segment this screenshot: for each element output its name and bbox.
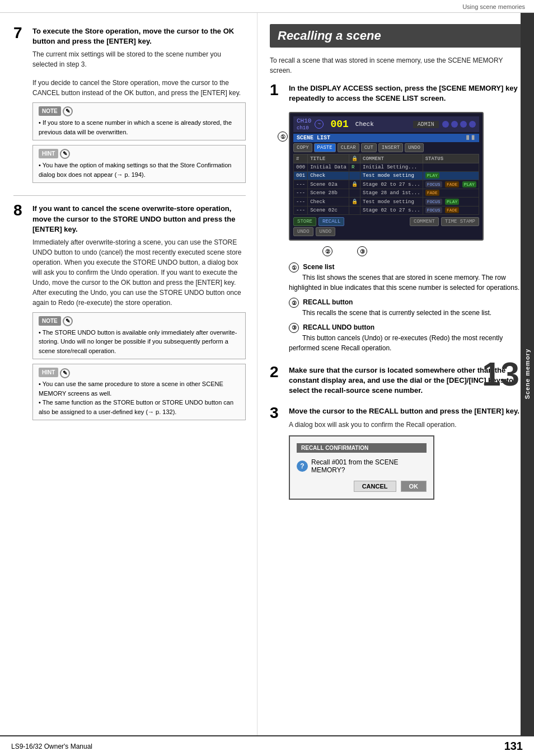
btn-time-stamp[interactable]: TIME STAMP xyxy=(441,217,479,226)
ann-item-1: ① Scene list This list shows the scenes … xyxy=(289,262,523,293)
ann-circle-1: ① xyxy=(278,132,288,142)
toolbar-copy[interactable]: COPY xyxy=(293,143,312,152)
recall-dialog: RECALL CONFIRMATION ? Recall #001 from t… xyxy=(289,435,434,500)
row-2-status: FOCUS FADE PLAY xyxy=(423,180,479,189)
btn-recall[interactable]: RECALL xyxy=(318,217,344,226)
row-5-comment: Stage 02 to 27 s... xyxy=(360,206,423,215)
badge-fade-5: FADE xyxy=(445,207,459,213)
btn-comment[interactable]: COMMENT xyxy=(410,217,439,226)
step-8-note-label: NOTE xyxy=(39,316,61,326)
ann-3-term: RECALL UNDO button xyxy=(303,323,374,331)
hint-icon: ✎ xyxy=(60,149,70,159)
col-lock: 🔒 xyxy=(349,154,360,163)
status-dot-3 xyxy=(460,121,467,128)
step-7-para1: The current mix settings will be stored … xyxy=(32,49,246,69)
step-1: 1 In the DISPLAY ACCESS section, press t… xyxy=(270,83,523,358)
step-7-heading: To execute the Store operation, move the… xyxy=(32,26,246,46)
status-dot-1 xyxy=(442,121,449,128)
badge-play-2: PLAY xyxy=(462,181,476,187)
status-dot-4 xyxy=(469,121,476,128)
badge-focus-5: FOCUS xyxy=(425,207,442,213)
step-8-note-text: • The STORE UNDO button is available onl… xyxy=(39,328,240,356)
step-7-hint-label: HINT xyxy=(39,149,58,158)
btn-undo-2[interactable]: UNDO xyxy=(316,227,336,236)
screen-toolbar: COPY PASTE CLEAR CUT INSERT UNDO xyxy=(293,143,479,152)
step-7-note: NOTE ✎ • If you store to a scene number … xyxy=(32,102,246,140)
table-row: --- Scene 02a 🔒 Stage 02 to 27 s... FOCU… xyxy=(294,180,479,189)
step-3-number: 3 xyxy=(270,405,285,421)
table-row: --- Scene 28b Stage 28 and 1st... FADE xyxy=(294,189,479,198)
btn-undo-1[interactable]: UNDO xyxy=(293,227,313,236)
toolbar-cut[interactable]: CUT xyxy=(361,143,377,152)
dialog-body: ? Recall #001 from the SCENE MEMORY? xyxy=(297,458,427,474)
spacer2 xyxy=(346,217,407,226)
toolbar-undo[interactable]: UNDO xyxy=(405,143,424,152)
scene-list-screen: CH10ch10 ~ 001 Check ADMIN xyxy=(289,112,484,241)
dialog-buttons: CANCEL OK xyxy=(297,481,427,492)
row-3-title: Scene 28b xyxy=(308,189,349,198)
main-layout: 7 To execute the Store operation, move t… xyxy=(0,13,534,735)
step-8-para1: Immediately after overwrite-storing a sc… xyxy=(32,237,246,308)
row-1-lock xyxy=(349,172,360,180)
header-title: Using scene memories xyxy=(462,3,525,10)
row-3-status: FADE xyxy=(423,189,479,198)
row-5-num: --- xyxy=(294,206,308,215)
table-row: 001 Check Test mode setting PLAY xyxy=(294,172,479,180)
screen-check-label: Check xyxy=(355,121,374,128)
step-8: 8 If you want to cancel the scene overwr… xyxy=(13,204,246,425)
ann-circle-2: ② xyxy=(322,246,332,256)
step-7-number: 7 xyxy=(13,25,29,41)
row-1-status: PLAY xyxy=(423,172,479,180)
side-tab: Scene memory xyxy=(521,13,534,735)
row-5-title: Scene 02c xyxy=(308,206,349,215)
step-3: 3 Move the cursor to the RECALL button a… xyxy=(270,406,523,505)
dialog-question-icon: ? xyxy=(297,461,308,472)
step-1-number: 1 xyxy=(270,82,285,98)
screen-number: 001 xyxy=(330,119,348,130)
row-4-num: --- xyxy=(294,198,308,206)
col-title: TITLE xyxy=(308,154,349,163)
badge-play-4: PLAY xyxy=(445,199,459,205)
toolbar-insert[interactable]: INSERT xyxy=(378,143,403,152)
step-3-desc: A dialog box will ask you to confirm the… xyxy=(289,420,523,430)
screen-bottom-buttons: STORE RECALL COMMENT TIME STAMP xyxy=(293,217,479,226)
ann-2-term: RECALL button xyxy=(303,298,353,306)
chapter-number: 13 xyxy=(482,358,519,391)
step-8-note: NOTE ✎ • The STORE UNDO button is availa… xyxy=(32,312,246,360)
col-num: # xyxy=(294,154,308,163)
footer-left: LS9-16/32 Owner's Manual xyxy=(11,743,92,750)
badge-fade-3: FADE xyxy=(425,190,439,196)
section-heading: Recalling a scene xyxy=(270,24,523,48)
row-5-lock xyxy=(349,206,360,215)
row-0-title: Initial Data xyxy=(308,163,349,172)
btn-store[interactable]: STORE xyxy=(293,217,316,226)
page-footer: LS9-16/32 Owner's Manual 131 xyxy=(0,735,534,756)
step-8-number: 8 xyxy=(13,203,29,218)
step-8-hint-item-1: • You can use the same procedure to stor… xyxy=(39,379,240,398)
annotation-list: ① Scene list This list shows the scenes … xyxy=(289,262,523,353)
row-4-title: Check xyxy=(308,198,349,206)
step-8-hint: HINT ✎ • You can use the same procedure … xyxy=(32,364,246,420)
step-3-heading: Move the cursor to the RECALL button and… xyxy=(289,406,523,416)
toolbar-clear[interactable]: CLEAR xyxy=(338,143,359,152)
step-2-number: 2 xyxy=(270,364,285,380)
step-8-note-icon: ✎ xyxy=(63,316,73,326)
ann-circle-label-1: ① xyxy=(289,262,299,273)
badge-focus-2: FOCUS xyxy=(425,181,442,187)
ann-circle-label-2: ② xyxy=(289,298,299,308)
badge-focus-4: FOCUS xyxy=(425,199,442,205)
step-8-hint-icon: ✎ xyxy=(60,368,70,378)
row-4-comment: Test mode setting xyxy=(360,198,423,206)
screen-admin: ADMIN xyxy=(413,121,439,128)
screen-ch10: CH10ch10 xyxy=(297,118,311,131)
section-intro: To recall a scene that was stored in sce… xyxy=(270,55,523,76)
toolbar-paste[interactable]: PASTE xyxy=(314,143,336,152)
side-tab-text: Scene memory xyxy=(524,349,531,399)
dialog-ok-button[interactable]: OK xyxy=(401,481,427,492)
step-8-heading: If you want to cancel the scene overwrit… xyxy=(32,204,246,234)
row-3-num: --- xyxy=(294,189,308,198)
left-column: 7 To execute the Store operation, move t… xyxy=(0,13,257,735)
dialog-cancel-button[interactable]: CANCEL xyxy=(354,481,396,492)
step-7-content: To execute the Store operation, move the… xyxy=(32,26,246,187)
scene-table: # TITLE 🔒 COMMENT STATUS 000 xyxy=(293,154,479,215)
